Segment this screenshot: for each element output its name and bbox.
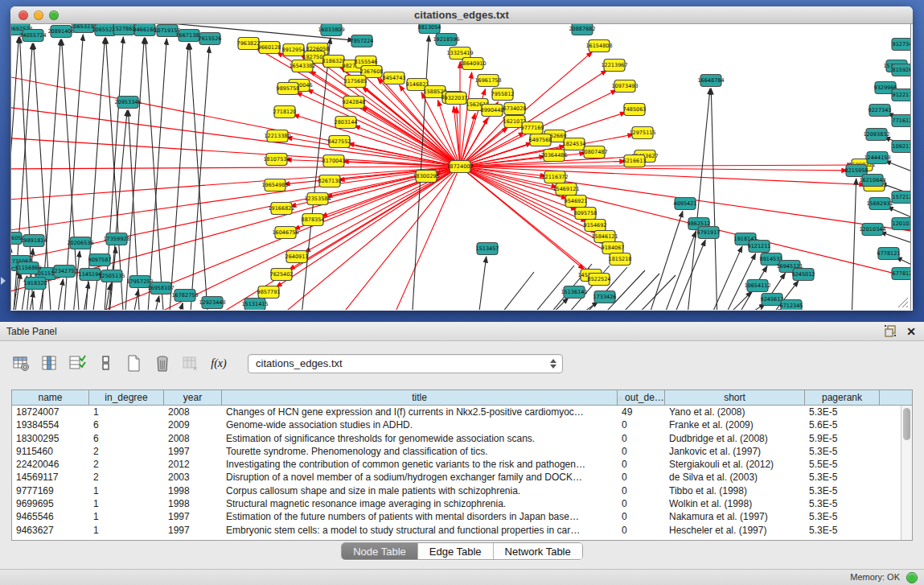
graph-node[interactable]: 16154808 xyxy=(585,40,612,52)
table-row[interactable]: 1872400712008Changes of HCN gene express… xyxy=(12,406,901,418)
graph-node[interactable]: 6734028 xyxy=(503,103,527,115)
column-chooser-icon[interactable] xyxy=(96,353,117,374)
graph-node[interactable]: 15846121 xyxy=(591,231,618,243)
float-window-icon[interactable] xyxy=(885,325,897,337)
graph-node[interactable]: 6791917 xyxy=(697,227,721,239)
graph-node[interactable]: 912734 xyxy=(892,39,911,51)
graph-node[interactable]: 8170041 xyxy=(322,155,346,167)
graph-node[interactable]: 19166822 xyxy=(268,203,294,215)
graph-node[interactable]: 8912954 xyxy=(282,44,306,56)
graph-node[interactable]: 19891814 xyxy=(20,235,47,247)
graph-node[interactable]: 9546921 xyxy=(565,196,588,208)
graph-node[interactable]: 18107534 xyxy=(263,154,290,166)
graph-node[interactable]: 10973493 xyxy=(611,80,638,93)
graph-node[interactable]: 8095758 xyxy=(574,208,598,220)
graph-node[interactable]: 9154692 xyxy=(584,220,607,232)
graph-node[interactable]: 9322037 xyxy=(445,93,468,105)
graph-node[interactable]: 8454743 xyxy=(383,72,406,84)
close-panel-icon[interactable]: ✕ xyxy=(906,326,916,337)
delete-table-icon[interactable] xyxy=(152,353,173,374)
network-window-titlebar[interactable]: citations_edges.txt xyxy=(10,6,913,24)
network-canvas[interactable]: 1872400720692524240557242089140610653237… xyxy=(10,24,911,310)
graph-node[interactable]: 16543382 xyxy=(289,60,315,72)
select-rows-icon[interactable] xyxy=(68,353,88,374)
graph-node[interactable]: 15469121 xyxy=(552,183,579,196)
graph-node[interactable]: 7615526 xyxy=(199,33,222,45)
graph-node[interactable]: 1513457 xyxy=(476,243,499,255)
graph-node[interactable]: 16648784 xyxy=(697,75,724,87)
graph-node[interactable]: 4095421 xyxy=(674,198,697,210)
graph-node[interactable]: 15692931 xyxy=(866,198,893,210)
graph-node[interactable]: 12505135 xyxy=(98,270,125,282)
graph-node[interactable]: 10654112 xyxy=(744,280,770,292)
table-row[interactable]: 977716911998Corpus callosum shape and si… xyxy=(12,484,901,497)
graph-node[interactable]: 15136141 xyxy=(561,286,587,299)
graph-node[interactable]: 16958107 xyxy=(147,282,174,295)
graph-node[interactable]: 16961758 xyxy=(474,75,501,87)
function-builder-icon[interactable]: f(x) xyxy=(208,353,229,374)
graph-node[interactable]: 20887682 xyxy=(569,24,595,35)
graph-node[interactable]: 17359928 xyxy=(103,233,129,245)
column-header-year[interactable]: year xyxy=(164,390,222,405)
graph-node[interactable]: 120103 xyxy=(892,218,911,230)
graph-node[interactable]: 1733426 xyxy=(593,291,617,303)
graph-node[interactable]: 9660128 xyxy=(258,42,281,54)
graph-node[interactable]: 1824534 xyxy=(563,138,586,150)
table-settings-icon[interactable] xyxy=(11,353,32,374)
graph-node[interactable]: 9895758 xyxy=(277,83,300,95)
graph-node[interactable]: 15131415 xyxy=(241,299,268,311)
column-header-pagerank[interactable]: pagerank xyxy=(805,390,880,405)
graph-node[interactable]: 12342757 xyxy=(51,266,77,278)
graph-node[interactable]: 20953346 xyxy=(114,97,141,109)
graph-node[interactable]: 9184067 xyxy=(602,242,625,254)
graph-node[interactable]: 12353584 xyxy=(304,193,331,205)
graph-node[interactable]: 9777169 xyxy=(521,122,544,134)
graph-node[interactable]: 9245012 xyxy=(792,269,815,281)
memory-indicator[interactable] xyxy=(906,572,918,583)
graph-node[interactable]: 24055724 xyxy=(19,30,46,42)
graph-node[interactable]: 771612 xyxy=(892,115,911,127)
graph-node[interactable]: 677812 xyxy=(892,268,911,280)
tab-edge-table[interactable]: Edge Table xyxy=(418,543,494,559)
graph-node[interactable]: 9466160 xyxy=(133,24,157,36)
graph-node[interactable]: 12975115 xyxy=(629,127,655,139)
graph-node[interactable]: 1527862 xyxy=(113,24,136,35)
graph-node[interactable]: 6497568 xyxy=(529,134,552,146)
graph-node[interactable]: 20206536 xyxy=(67,237,93,249)
graph-node[interactable]: 2640913 xyxy=(285,251,309,263)
new-table-icon[interactable] xyxy=(124,353,145,374)
table-row[interactable]: 911546021997Tourette syndrome. Phenomeno… xyxy=(12,445,901,458)
table-row[interactable]: 1938455462009Genome-wide association stu… xyxy=(12,418,901,431)
graph-node[interactable]: 8427552 xyxy=(328,136,351,148)
table-vertical-scrollbar[interactable] xyxy=(901,406,912,540)
table-row[interactable]: 946362711997Embryonic stem cells: a mode… xyxy=(12,524,901,537)
column-header-title[interactable]: title xyxy=(222,390,618,405)
column-header-short[interactable]: short xyxy=(665,390,805,405)
graph-node[interactable]: 8522524 xyxy=(588,274,611,286)
graph-node[interactable]: 16033809 xyxy=(318,24,344,36)
graph-node[interactable]: 19218596 xyxy=(433,34,459,46)
tab-node-table[interactable]: Node Table xyxy=(342,543,418,559)
column-visibility-icon[interactable] xyxy=(39,353,60,374)
table-panel-header[interactable]: Table Panel ✕ xyxy=(0,322,924,341)
graph-node[interactable]: 3175685 xyxy=(344,76,368,88)
graph-node[interactable]: 109213 xyxy=(892,141,911,153)
tab-network-table[interactable]: Network Table xyxy=(494,543,582,559)
graph-node[interactable]: 1918320 xyxy=(24,278,47,290)
graph-node[interactable]: 7857224 xyxy=(351,35,374,47)
graph-node[interactable]: 912217 xyxy=(892,89,911,101)
graph-node[interactable]: 16210643 xyxy=(859,175,885,187)
graph-node[interactable]: 1815218 xyxy=(609,253,632,266)
graph-node[interactable]: 8990448 xyxy=(481,105,504,117)
graph-node[interactable]: 6778121 xyxy=(877,248,901,260)
graph-node[interactable]: 6712345 xyxy=(780,300,803,311)
graph-node[interactable]: 11156869 xyxy=(14,262,41,274)
graph-node[interactable]: 19654985 xyxy=(261,179,288,192)
scrollbar-thumb[interactable] xyxy=(903,408,910,440)
graph-node[interactable]: 12010344 xyxy=(859,224,885,236)
graph-node[interactable]: 20364486 xyxy=(540,150,567,162)
citation-network-graph[interactable]: 1872400720692524240557242089140610653237… xyxy=(11,24,911,310)
graph-node[interactable]: 18300295 xyxy=(413,171,439,183)
column-header-in_degree[interactable]: in_degree xyxy=(89,390,164,405)
graph-node[interactable]: 9857791 xyxy=(257,286,281,299)
